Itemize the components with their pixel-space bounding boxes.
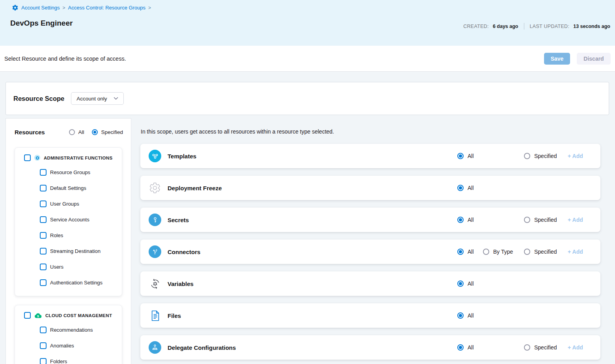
resource-scope-select[interactable]: Account only [71, 92, 123, 105]
group-checkbox[interactable] [24, 312, 31, 319]
breadcrumb-separator: > [63, 5, 65, 11]
sidebar-item-user-groups[interactable]: User Groups [15, 196, 122, 212]
item-checkbox[interactable] [40, 264, 47, 270]
add-button[interactable]: + Add [568, 153, 583, 159]
item-checkbox[interactable] [40, 201, 47, 207]
item-label: Authentication Settings [50, 280, 102, 286]
sidebar-item-authentication-settings[interactable]: Authentication Settings [15, 275, 122, 290]
option-all[interactable]: All [457, 217, 474, 223]
item-checkbox[interactable] [40, 185, 47, 191]
option-all[interactable]: All [457, 249, 474, 255]
resource-type-name: Variables [168, 280, 194, 287]
item-label: Roles [50, 232, 63, 238]
option-all[interactable]: All [457, 280, 474, 287]
resources-radio-all[interactable]: All [69, 129, 84, 135]
resource-row-delegate-configurations: Delegate ConfigurationsAllSpecified+ Add [140, 335, 600, 360]
radio-button[interactable] [483, 249, 489, 255]
delegate-configurations-icon [149, 341, 161, 354]
sidebar-item-resource-groups[interactable]: Resource Groups [15, 164, 122, 180]
created-value: 6 days ago [493, 24, 518, 29]
meta-divider [524, 23, 524, 30]
content-area: Resource Scope Account only Resources Al… [0, 72, 615, 364]
group-checkbox[interactable] [24, 154, 31, 161]
page-header: Account Settings > Access Control: Resou… [0, 0, 615, 46]
sidebar-item-default-settings[interactable]: Default Settings [15, 180, 122, 196]
group-header: $CLOUD COST MANAGEMENT [15, 310, 122, 322]
option-all[interactable]: All [457, 312, 474, 319]
resource-type-name: Files [168, 312, 181, 319]
option-label: All [468, 249, 474, 255]
option-specified[interactable]: Specified [524, 217, 557, 223]
resource-type-name: Connectors [168, 249, 200, 255]
radio-button[interactable] [92, 129, 98, 135]
sidebar-item-folders[interactable]: Folders [15, 353, 122, 364]
item-label: Resource Groups [50, 169, 90, 175]
radio-button[interactable] [457, 344, 464, 351]
action-toolbar: Select Resource and define its scope of … [0, 46, 615, 72]
option-all[interactable]: All [457, 153, 474, 159]
connectors-icon [149, 245, 161, 258]
resource-row-variables: VariablesAll [140, 271, 600, 296]
item-label: Service Accounts [50, 217, 89, 223]
radio-label: All [78, 129, 84, 135]
resource-type-name: Secrets [168, 217, 189, 223]
secrets-icon [149, 214, 161, 226]
radio-button[interactable] [524, 217, 530, 223]
item-checkbox[interactable] [40, 279, 47, 286]
radio-button[interactable] [457, 312, 464, 319]
option-all[interactable]: All [457, 344, 474, 351]
option-label: Specified [534, 249, 557, 255]
discard-button[interactable]: Discard [577, 53, 611, 65]
option-all[interactable]: All [457, 185, 474, 191]
item-checkbox[interactable] [40, 169, 47, 176]
resource-group-card-administrative-functions: ADMINISTRATIVE FUNCTIONSResource GroupsD… [15, 147, 122, 296]
option-specified[interactable]: Specified [524, 153, 557, 159]
sidebar-item-anomalies[interactable]: Anomalies [15, 338, 122, 353]
item-checkbox[interactable] [40, 327, 47, 333]
option-label: All [468, 312, 474, 319]
toolbar-buttons: Save Discard [544, 53, 611, 65]
administrative-functions-icon [34, 155, 40, 161]
radio-button[interactable] [457, 280, 464, 287]
radio-button[interactable] [524, 153, 530, 159]
radio-button[interactable] [457, 217, 464, 223]
sidebar-item-recommendations[interactable]: Recommendations [15, 322, 122, 338]
option-specified[interactable]: Specified [524, 344, 557, 351]
radio-button[interactable] [69, 129, 75, 135]
option-label: All [468, 185, 474, 191]
add-button[interactable]: + Add [568, 344, 583, 351]
resource-type-name: Templates [168, 153, 196, 160]
item-label: Anomalies [50, 343, 74, 349]
item-checkbox[interactable] [40, 342, 47, 349]
resource-types-main: In this scope, users get access to all r… [131, 118, 615, 364]
option-by-type[interactable]: By Type [483, 249, 513, 255]
sidebar-item-roles[interactable]: Roles [15, 227, 122, 243]
save-button[interactable]: Save [544, 53, 570, 65]
cloud-cost-management-icon: $ [34, 313, 42, 318]
breadcrumb-resource-groups[interactable]: Access Control: Resource Groups [68, 5, 146, 11]
sidebar-groups: ADMINISTRATIVE FUNCTIONSResource GroupsD… [6, 147, 131, 364]
sidebar-item-users[interactable]: Users [15, 259, 122, 275]
add-button[interactable]: + Add [568, 249, 583, 255]
resources-sidebar: Resources All Specified ADMINISTRATIVE F… [6, 118, 131, 364]
option-label: All [468, 280, 474, 287]
scope-description: In this scope, users get access to all r… [141, 128, 334, 135]
add-button[interactable]: + Add [568, 217, 583, 223]
item-checkbox[interactable] [40, 216, 47, 223]
radio-button[interactable] [457, 185, 464, 191]
radio-button[interactable] [457, 153, 464, 159]
resources-radio-specified[interactable]: Specified [92, 129, 123, 135]
resource-row-deployment-freeze: Deployment FreezeAll [140, 176, 600, 200]
item-checkbox[interactable] [40, 358, 47, 364]
option-specified[interactable]: Specified [524, 249, 557, 255]
sidebar-item-service-accounts[interactable]: Service Accounts [15, 212, 122, 227]
sidebar-item-streaming-destination[interactable]: Streaming Destination [15, 243, 122, 259]
radio-button[interactable] [457, 249, 464, 255]
item-checkbox[interactable] [40, 232, 47, 239]
resource-rows: TemplatesAllSpecified+ AddDeployment Fre… [140, 144, 600, 364]
radio-button[interactable] [524, 344, 530, 351]
item-label: Users [50, 264, 63, 270]
radio-button[interactable] [524, 249, 530, 255]
item-checkbox[interactable] [40, 248, 47, 254]
breadcrumb-account-settings[interactable]: Account Settings [21, 5, 60, 11]
